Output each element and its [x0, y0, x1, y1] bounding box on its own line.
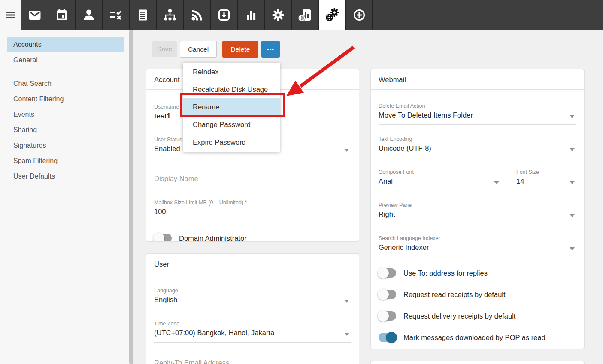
ellipsis-icon: •••	[267, 46, 274, 52]
more-options-button[interactable]: •••	[261, 41, 280, 58]
toolbar-item-email[interactable]	[21, 0, 48, 30]
sidebar-item-content-filtering[interactable]: Content Filtering	[7, 91, 124, 107]
field-value: 14	[516, 176, 576, 187]
pop-mark-read-toggle[interactable]	[379, 333, 396, 342]
toolbar-item-file-storage[interactable]	[211, 0, 238, 30]
chevron-down-icon	[570, 247, 575, 250]
cancel-button[interactable]: Cancel	[180, 41, 217, 58]
new-item-icon	[351, 6, 368, 24]
chevron-down-icon	[344, 300, 349, 303]
field-label: Compose Font	[379, 169, 501, 176]
use-to-address-toggle[interactable]	[379, 268, 396, 278]
toolbar-item-reports[interactable]	[238, 0, 265, 30]
toolbar-item-calendar[interactable]	[48, 0, 76, 30]
more-options-menu: Reindex Recalculate Disk Usage Rename Ch…	[183, 63, 280, 152]
sidebar-divider	[7, 72, 121, 72]
toggle-knob	[386, 332, 397, 343]
field-value: Move To Deleted Items Folder	[379, 109, 576, 121]
display-name-field[interactable]	[154, 173, 351, 188]
field-label: Search Language Indexer	[379, 235, 576, 242]
field-label: Time Zone	[154, 320, 351, 327]
settings-icon	[270, 6, 287, 24]
chevron-down-icon	[344, 333, 349, 336]
field-value: English	[154, 294, 351, 306]
toolbar-item-contacts[interactable]	[76, 0, 103, 30]
field-value: Generic Indexer	[379, 242, 576, 253]
partial-card	[370, 361, 585, 364]
sidebar-item-user-defaults[interactable]: User Defaults	[7, 169, 124, 184]
rss-feeds-icon	[188, 6, 206, 24]
chevron-down-icon	[570, 115, 575, 118]
sidebar-item-general[interactable]: General	[7, 52, 124, 68]
toolbar-item-rss-feeds[interactable]	[184, 0, 211, 30]
sidebar-scrollbar[interactable]	[129, 30, 133, 364]
app-window: Accounts General Chat Search Content Fil…	[0, 0, 603, 364]
top-toolbar	[0, 0, 603, 30]
mailbox-size-limit-field[interactable]: Mailbox Size Limit MB (0 = Unlimited) * …	[154, 199, 351, 221]
field-value: (UTC+07:00) Bangkok, Hanoi, Jakarta	[154, 327, 351, 339]
tasks-icon	[107, 6, 124, 24]
contacts-icon	[80, 6, 97, 24]
preview-pane-field[interactable]: Preview Pane Right	[379, 202, 576, 224]
delete-button[interactable]: Delete	[222, 41, 258, 58]
time-zone-field[interactable]: Time Zone (UTC+07:00) Bangkok, Hanoi, Ja…	[154, 320, 351, 343]
delivery-receipts-toggle[interactable]	[379, 311, 396, 321]
email-icon	[26, 6, 43, 24]
sidebar-item-chat-search[interactable]: Chat Search	[7, 76, 124, 91]
toggle-label: Request delivery receipts by default	[403, 312, 515, 320]
toolbar-item-settings[interactable]	[265, 0, 292, 30]
text-encoding-field[interactable]: Text Encoding Unicode (UTF-8)	[379, 136, 576, 158]
search-language-indexer-field[interactable]: Search Language Indexer Generic Indexer	[379, 235, 576, 257]
chevron-down-icon	[494, 181, 499, 184]
pop-mark-read-row: Mark messages downloaded by POP as read	[379, 332, 576, 343]
use-to-address-row: Use To: address for replies	[379, 267, 576, 279]
hamburger-icon	[2, 6, 19, 24]
compose-font-field[interactable]: Compose Font Arial	[379, 169, 501, 191]
toggle-knob	[378, 267, 389, 279]
toolbar-item-new-item[interactable]	[346, 0, 373, 30]
toggle-knob	[378, 289, 389, 300]
menu-item-expire-password[interactable]: Expire Password	[183, 133, 280, 151]
calendar-icon	[53, 6, 70, 24]
read-receipts-row: Request read receipts by default	[379, 289, 576, 300]
save-button[interactable]: Save	[152, 41, 177, 57]
user-card: User Language English Time Zone (UTC+07:…	[146, 253, 359, 364]
reply-to-input[interactable]	[154, 357, 351, 364]
field-label: Language	[154, 287, 351, 294]
read-receipts-toggle[interactable]	[379, 290, 396, 299]
font-size-field[interactable]: Font Size 14	[516, 169, 576, 191]
field-value: Arial	[379, 176, 501, 187]
menu-item-change-password[interactable]: Change Password	[183, 116, 280, 133]
field-value: 100	[154, 206, 351, 218]
toggle-knob	[378, 310, 389, 322]
menu-item-rename[interactable]: Rename	[183, 98, 280, 116]
toolbar-item-domain-reports[interactable]	[292, 0, 319, 30]
sidebar-item-accounts[interactable]: Accounts	[7, 37, 124, 52]
toggle-label: Domain Administrator	[179, 234, 247, 242]
sidebar-item-signatures[interactable]: Signatures	[7, 138, 124, 153]
sidebar-item-events[interactable]: Events	[7, 107, 124, 122]
delivery-receipts-row: Request delivery receipts by default	[379, 310, 576, 322]
sidebar-item-spam-filtering[interactable]: Spam Filtering	[7, 153, 124, 169]
domain-administrator-row: Domain Administrator	[154, 233, 351, 242]
toolbar-item-domain-settings[interactable]	[319, 0, 346, 30]
chevron-down-icon	[570, 214, 575, 217]
reply-to-field[interactable]	[154, 357, 351, 364]
toolbar-item-notes[interactable]	[130, 0, 157, 30]
domain-administrator-toggle[interactable]	[154, 234, 172, 242]
display-name-input[interactable]	[154, 173, 351, 185]
domain-settings-icon	[324, 6, 341, 24]
menu-item-recalculate-disk-usage[interactable]: Recalculate Disk Usage	[183, 81, 280, 98]
menu-item-reindex[interactable]: Reindex	[183, 63, 280, 81]
user-card-title: User	[146, 254, 359, 274]
field-label: Font Size	[516, 169, 576, 176]
sidebar-item-sharing[interactable]: Sharing	[7, 122, 124, 138]
hamburger-menu-button[interactable]	[0, 0, 21, 30]
delete-email-action-field[interactable]: Delete Email Action Move To Deleted Item…	[379, 103, 576, 125]
language-field[interactable]: Language English	[154, 287, 351, 309]
field-value: Right	[379, 209, 576, 220]
toolbar-item-tasks[interactable]	[103, 0, 130, 30]
chevron-down-icon	[570, 148, 575, 151]
toolbar-item-connections[interactable]	[157, 0, 184, 30]
domain-reports-icon	[297, 6, 314, 24]
